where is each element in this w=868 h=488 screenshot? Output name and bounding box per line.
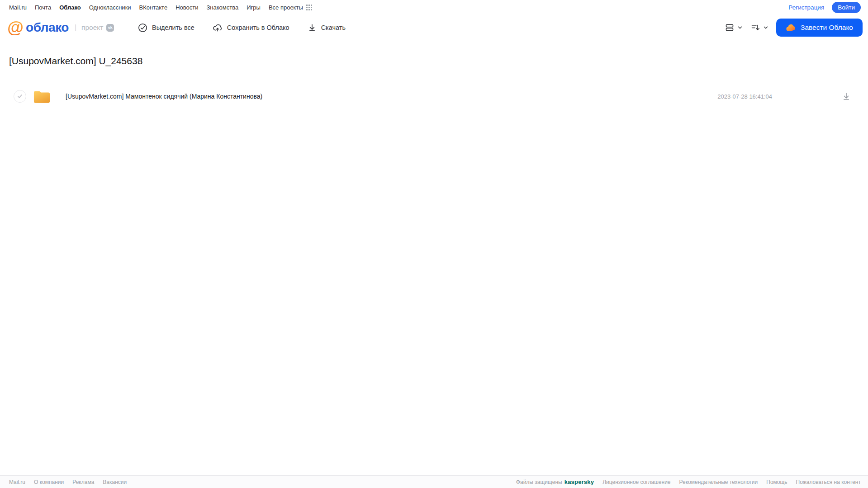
check-circle-icon <box>138 23 147 33</box>
login-button[interactable]: Войти <box>832 2 861 13</box>
select-all-label: Выделить все <box>152 24 194 31</box>
vk-logo-icon: vk <box>106 24 114 32</box>
footer-help-link[interactable]: Помощь <box>766 479 787 485</box>
footer: Mail.ru О компании Реклама Вакансии Файл… <box>0 475 868 488</box>
nav-all-projects[interactable]: Все проекты <box>269 4 312 11</box>
portal-top-bar: Mail.ru Почта Облако Одноклассники ВКонт… <box>0 0 868 14</box>
vk-project-label: проект <box>81 24 103 32</box>
nav-all-projects-label: Все проекты <box>269 4 303 11</box>
kaspersky-protection: Файлы защищены kaspersky <box>516 479 594 485</box>
file-actions-toolbar: Выделить все Сохранить в Облако Скачать <box>138 14 346 41</box>
nav-odnoklassniki[interactable]: Одноклассники <box>89 4 131 11</box>
footer-report-content-link[interactable]: Пожаловаться на контент <box>796 479 861 485</box>
mailru-at-icon: @ <box>7 20 24 35</box>
row-download-button[interactable] <box>842 92 851 101</box>
cloud-upload-icon <box>213 23 223 33</box>
nav-mailru[interactable]: Mail.ru <box>9 4 27 11</box>
footer-mailru-link[interactable]: Mail.ru <box>9 479 25 485</box>
registration-link[interactable]: Регистрация <box>788 4 824 11</box>
apps-grid-icon <box>306 5 312 10</box>
nav-novosti[interactable]: Новости <box>175 4 198 11</box>
logo-divider: | <box>75 24 76 32</box>
nav-znakomstva[interactable]: Знакомства <box>206 4 238 11</box>
footer-jobs-link[interactable]: Вакансии <box>103 479 127 485</box>
check-icon <box>17 93 23 99</box>
nav-vkontakte[interactable]: ВКонтакте <box>139 4 168 11</box>
file-row[interactable]: [UsupovMarket.com] Мамонтенок сидячий (М… <box>6 87 863 106</box>
kaspersky-protected-label: Файлы защищены <box>516 479 562 485</box>
download-label: Скачать <box>321 24 346 31</box>
folder-icon <box>33 89 51 104</box>
select-all-button[interactable]: Выделить все <box>138 23 194 33</box>
row-checkbox[interactable] <box>14 90 26 103</box>
view-mode-dropdown[interactable] <box>725 23 743 33</box>
download-icon <box>842 92 851 101</box>
logo-wordmark: облако <box>26 20 69 35</box>
footer-license-link[interactable]: Лицензионное соглашение <box>602 479 670 485</box>
portal-nav-links: Mail.ru Почта Облако Одноклассники ВКонт… <box>9 4 312 11</box>
get-cloud-button[interactable]: Завести Облако <box>776 19 863 37</box>
download-icon <box>308 23 317 32</box>
page-title: [UsupovMarket.com] U_245638 <box>9 56 142 66</box>
footer-left-links: Mail.ru О компании Реклама Вакансии <box>9 479 127 485</box>
download-button[interactable]: Скачать <box>308 23 346 32</box>
cloud-header: @ облако | проект vk Выделить все Сохран… <box>0 14 868 41</box>
footer-recommendation-tech-link[interactable]: Рекомендательные технологии <box>679 479 758 485</box>
kaspersky-logo[interactable]: kaspersky <box>564 479 594 485</box>
nav-oblako[interactable]: Облако <box>59 4 81 11</box>
get-cloud-label: Завести Облако <box>801 24 853 32</box>
footer-about-link[interactable]: О компании <box>34 479 64 485</box>
sort-icon <box>750 23 760 33</box>
file-modified-date: 2023-07-28 16:41:04 <box>717 93 772 100</box>
list-view-icon <box>725 23 735 33</box>
header-right-controls: Завести Облако <box>725 14 863 41</box>
sort-dropdown[interactable] <box>750 23 769 33</box>
save-to-cloud-button[interactable]: Сохранить в Облако <box>213 23 289 33</box>
chevron-down-icon <box>763 24 769 31</box>
cloud-logo-icon <box>786 24 796 32</box>
nav-igry[interactable]: Игры <box>247 4 261 11</box>
nav-pochta[interactable]: Почта <box>35 4 51 11</box>
footer-right-links: Файлы защищены kaspersky Лицензионное со… <box>516 479 861 485</box>
auth-area: Регистрация Войти <box>788 2 861 13</box>
footer-ads-link[interactable]: Реклама <box>72 479 94 485</box>
save-to-cloud-label: Сохранить в Облако <box>227 24 289 31</box>
file-name-link[interactable]: [UsupovMarket.com] Мамонтенок сидячий (М… <box>66 93 262 100</box>
chevron-down-icon <box>737 24 743 31</box>
cloud-logo[interactable]: @ облако | проект vk <box>7 14 114 41</box>
